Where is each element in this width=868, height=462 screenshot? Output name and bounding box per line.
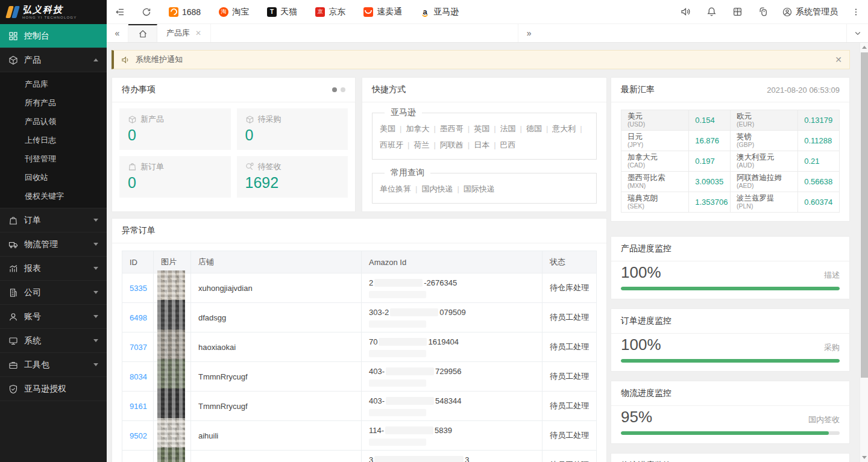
notice-close-icon[interactable]: ✕: [835, 55, 842, 64]
tabs-scroll-left-button[interactable]: «: [107, 24, 128, 42]
sidebar-item-console[interactable]: 控制台: [0, 24, 107, 48]
progress-bar: [621, 287, 840, 290]
card-title: 快捷方式: [372, 84, 406, 95]
sidebar-item-label: 工具包: [24, 360, 49, 370]
marketplace-link-aliexpress[interactable]: 速卖通: [354, 0, 411, 24]
shortcut-link[interactable]: 阿联酋: [440, 140, 464, 149]
announcement-button[interactable]: [673, 0, 699, 24]
order-id-link[interactable]: 6498: [130, 313, 147, 322]
marketplace-label: 亚马逊: [433, 7, 459, 17]
todo-tile-to-receive[interactable]: 待签收 1692: [237, 156, 348, 198]
chevron-down-icon: [93, 219, 98, 222]
redacted-block: [374, 456, 464, 462]
carousel-dots: [332, 87, 345, 92]
order-status: 待员工处理: [550, 401, 589, 410]
sidebar-item-label: 控制台: [24, 31, 49, 42]
sidebar-item-account[interactable]: 账号: [0, 305, 107, 329]
shortcut-link[interactable]: 西班牙: [380, 140, 403, 149]
sidebar-item-report[interactable]: 报表: [0, 257, 107, 281]
sidebar-item-label: 公司: [24, 287, 41, 298]
sidebar-item-system[interactable]: 系统: [0, 329, 107, 353]
group-legend: 亚马逊: [385, 107, 422, 118]
todo-tile-new-order[interactable]: 新订单 0: [119, 156, 231, 198]
sidebar-item-all-products[interactable]: 所有产品: [0, 93, 107, 112]
scrollbar-down-arrow-icon[interactable]: [862, 456, 867, 459]
rate-value: 0.56638: [804, 177, 832, 186]
order-id-link[interactable]: 7037: [130, 343, 147, 352]
shortcut-link[interactable]: 巴西: [500, 140, 516, 149]
shortcut-link[interactable]: 国际快递: [464, 184, 495, 193]
calculator-icon: [732, 7, 743, 17]
shortcut-link[interactable]: 日本: [474, 140, 489, 149]
tabs-scroll-right-button[interactable]: »: [518, 24, 539, 42]
shortcut-link[interactable]: 法国: [500, 124, 516, 133]
user-menu[interactable]: 系统管理员: [776, 0, 844, 24]
tab-product-library[interactable]: 产品库 ✕: [157, 24, 211, 42]
shortcut-link[interactable]: 英国: [474, 124, 489, 133]
scrollbar-up-arrow-icon[interactable]: [862, 46, 867, 49]
marketplace-link-amazon[interactable]: a 亚马逊: [411, 0, 468, 24]
carousel-dot-active[interactable]: [332, 87, 337, 92]
separator: |: [429, 124, 439, 133]
marketplace-link-tmall[interactable]: T 天猫: [258, 0, 306, 24]
calculator-button[interactable]: [725, 0, 750, 24]
shortcut-link[interactable]: 美国: [380, 124, 395, 133]
sidebar-item-product[interactable]: 产品: [0, 48, 107, 72]
chevron-down-icon: [93, 243, 98, 246]
sidebar-collapse-button[interactable]: [107, 0, 133, 24]
shop-name: aihuili: [198, 431, 218, 440]
redacted-block: [386, 367, 434, 375]
sidebar-item-listing-management[interactable]: 刊登管理: [0, 149, 107, 168]
shortcut-link[interactable]: 单位换算: [380, 184, 411, 193]
sidebar-item-order[interactable]: 订单: [0, 208, 107, 233]
card-title: 产品进度监控: [621, 243, 671, 254]
shortcut-link[interactable]: 加拿大: [406, 124, 429, 133]
page-scrollbar[interactable]: [860, 43, 868, 462]
progress-bar-fill: [621, 431, 829, 435]
sidebar-item-upload-log[interactable]: 上传日志: [0, 131, 107, 149]
tab-close-icon[interactable]: ✕: [195, 29, 201, 37]
refresh-button[interactable]: [133, 0, 160, 24]
chevron-down-icon: [93, 315, 98, 318]
shortcut-link[interactable]: 德国: [526, 124, 542, 133]
sidebar-item-product-claim[interactable]: 产品认领: [0, 112, 107, 131]
marketplace-link-jd[interactable]: 京 京东: [306, 0, 354, 24]
shortcut-link[interactable]: 荷兰: [414, 140, 429, 149]
carousel-dot[interactable]: [341, 87, 345, 92]
rate-row: 美元(USD) 0.154 欧元(EUR) 0.13179: [621, 110, 840, 131]
shortcut-link[interactable]: 墨西哥: [440, 124, 464, 133]
currency-code: (MXN): [627, 182, 682, 190]
sidebar-item-company[interactable]: 公司: [0, 281, 107, 305]
tab-home[interactable]: [128, 24, 157, 42]
scrollbar-thumb[interactable]: [861, 52, 868, 378]
order-id-link[interactable]: 9502: [130, 431, 147, 440]
tabs-dropdown-button[interactable]: [846, 24, 868, 42]
shortcut-link[interactable]: 国内快递: [421, 184, 453, 193]
sidebar-item-infringing-keywords[interactable]: 侵权关键字: [0, 187, 107, 205]
sidebar-item-logistics[interactable]: 物流管理: [0, 233, 107, 257]
more-menu-button[interactable]: [844, 0, 868, 24]
todo-tile-new-product[interactable]: 新产品 0: [119, 108, 231, 150]
sidebar-item-toolkit[interactable]: 工具包: [0, 353, 107, 377]
shortcut-link[interactable]: 意大利: [552, 124, 576, 133]
todo-tile-to-purchase[interactable]: 待采购 0: [237, 108, 348, 150]
order-id-link[interactable]: 9161: [130, 402, 147, 411]
order-progress-card: 订单进度监控 100% 采购: [611, 308, 850, 372]
currency-name: 美元: [627, 112, 682, 120]
redacted-block: [385, 426, 433, 434]
sidebar-item-recycle-bin[interactable]: 回收站: [0, 168, 107, 187]
sidebar-item-product-library[interactable]: 产品库: [0, 75, 107, 93]
tile-label: 待签收: [258, 161, 281, 172]
marketplace-link-1688[interactable]: 1688: [160, 0, 210, 24]
order-id-link[interactable]: 5335: [130, 284, 147, 293]
marketplace-link-taobao[interactable]: 淘 淘宝: [210, 0, 258, 24]
order-id-link[interactable]: 8034: [130, 372, 147, 381]
notice-text[interactable]: 系统维护通知: [136, 54, 183, 65]
redacted-block: [369, 291, 426, 298]
notifications-button[interactable]: [699, 0, 725, 24]
shop-name: xuhongjiajvdian: [198, 284, 253, 293]
amazon-id: 3: [465, 455, 469, 462]
card-title: 最新汇率: [621, 84, 655, 95]
sidebar-item-amazon-auth[interactable]: 亚马逊授权: [0, 377, 107, 401]
tools-button[interactable]: [750, 0, 776, 24]
